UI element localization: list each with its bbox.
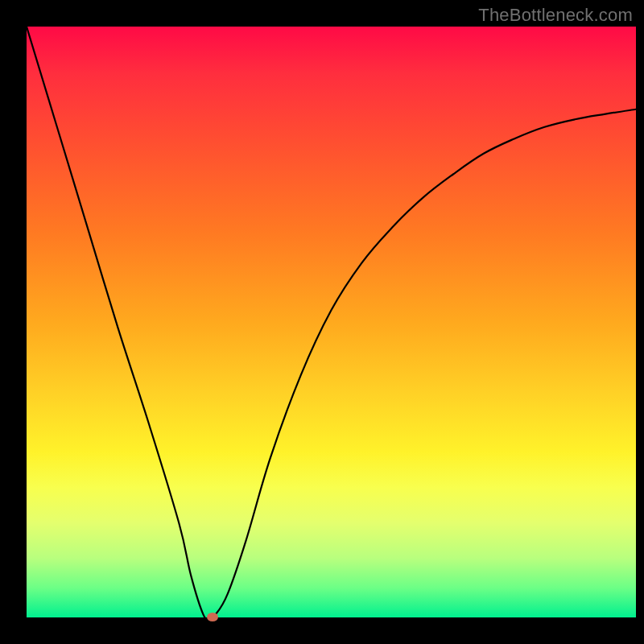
bottleneck-curve [27, 27, 636, 617]
plot-area [27, 27, 636, 617]
min-marker [207, 613, 218, 621]
watermark-text: TheBottleneck.com [478, 5, 633, 26]
chart-frame: TheBottleneck.com [0, 0, 644, 644]
